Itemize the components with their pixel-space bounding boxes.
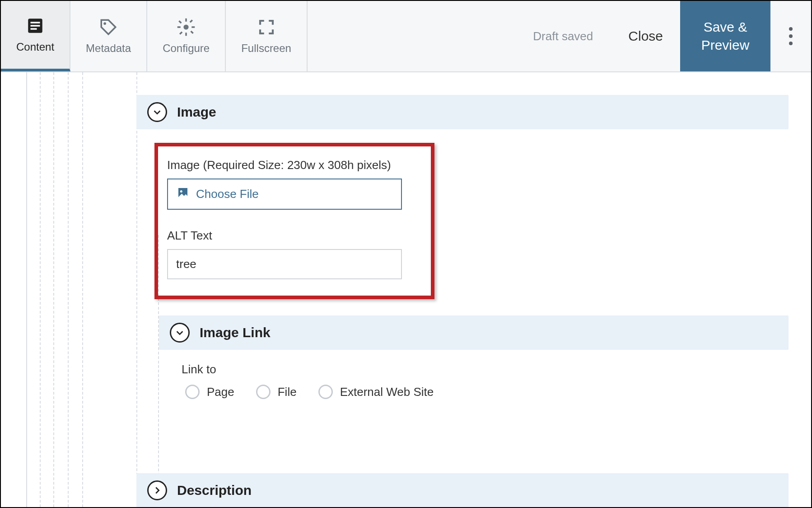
choose-file-label: Choose File bbox=[196, 187, 259, 201]
section-header-description[interactable]: Description bbox=[136, 473, 789, 507]
svg-rect-3 bbox=[31, 28, 37, 30]
radio-icon bbox=[318, 385, 333, 399]
top-toolbar: Content Metadata Configure Fullscreen Dr… bbox=[1, 1, 811, 72]
svg-rect-2 bbox=[31, 25, 40, 27]
section-title: Image bbox=[177, 104, 216, 120]
radio-option-file[interactable]: File bbox=[256, 385, 297, 399]
radio-label: Page bbox=[207, 385, 234, 399]
section-title: Image Link bbox=[200, 325, 271, 340]
image-field-label: Image (Required Size: 230w x 308h pixels… bbox=[167, 158, 417, 172]
svg-rect-10 bbox=[178, 20, 182, 24]
svg-point-5 bbox=[184, 24, 189, 29]
gear-icon bbox=[177, 18, 196, 37]
tab-fullscreen[interactable]: Fullscreen bbox=[226, 1, 308, 71]
guide-lines bbox=[1, 72, 136, 507]
svg-rect-13 bbox=[179, 31, 182, 34]
svg-rect-1 bbox=[31, 22, 40, 24]
tag-icon bbox=[99, 18, 118, 37]
section-header-image[interactable]: Image bbox=[136, 95, 789, 129]
image-file-icon bbox=[176, 186, 190, 202]
radio-icon bbox=[256, 385, 271, 399]
tab-label: Content bbox=[16, 41, 54, 53]
section-header-image-link[interactable]: Image Link bbox=[159, 315, 789, 350]
choose-file-button[interactable]: Choose File bbox=[167, 179, 402, 210]
svg-rect-11 bbox=[191, 31, 194, 34]
tab-configure[interactable]: Configure bbox=[147, 1, 226, 71]
draft-status: Draft saved bbox=[533, 1, 611, 71]
tab-metadata[interactable]: Metadata bbox=[70, 1, 147, 71]
fullscreen-icon bbox=[257, 18, 276, 37]
chevron-down-icon[interactable] bbox=[170, 323, 190, 343]
tab-content[interactable]: Content bbox=[1, 1, 70, 71]
svg-rect-7 bbox=[185, 33, 187, 36]
content-area: Image Image (Required Size: 230w x 308h … bbox=[1, 72, 811, 507]
more-menu-button[interactable] bbox=[770, 1, 811, 71]
annotation-highlight: Image (Required Size: 230w x 308h pixels… bbox=[154, 143, 434, 299]
section-title: Description bbox=[177, 483, 252, 498]
alt-text-label: ALT Text bbox=[167, 229, 417, 243]
svg-rect-12 bbox=[190, 19, 193, 23]
radio-label: File bbox=[278, 385, 297, 399]
chevron-down-icon[interactable] bbox=[147, 102, 167, 122]
tab-label: Metadata bbox=[86, 42, 131, 55]
radio-icon bbox=[185, 385, 200, 399]
tab-label: Configure bbox=[163, 42, 210, 55]
svg-point-4 bbox=[103, 22, 106, 25]
kebab-icon bbox=[789, 27, 793, 45]
save-preview-button[interactable]: Save & Preview bbox=[680, 1, 770, 71]
radio-label: External Web Site bbox=[340, 385, 434, 399]
svg-rect-8 bbox=[177, 26, 181, 28]
link-to-label: Link to bbox=[182, 362, 789, 376]
radio-option-external[interactable]: External Web Site bbox=[318, 385, 434, 399]
close-button[interactable]: Close bbox=[611, 1, 680, 71]
chevron-right-icon[interactable] bbox=[147, 480, 167, 500]
content-icon bbox=[26, 16, 45, 35]
svg-point-14 bbox=[180, 190, 182, 193]
tab-label: Fullscreen bbox=[241, 42, 291, 55]
alt-text-input[interactable] bbox=[167, 249, 402, 279]
svg-rect-9 bbox=[191, 26, 195, 28]
svg-rect-6 bbox=[185, 19, 187, 22]
radio-option-page[interactable]: Page bbox=[185, 385, 234, 399]
